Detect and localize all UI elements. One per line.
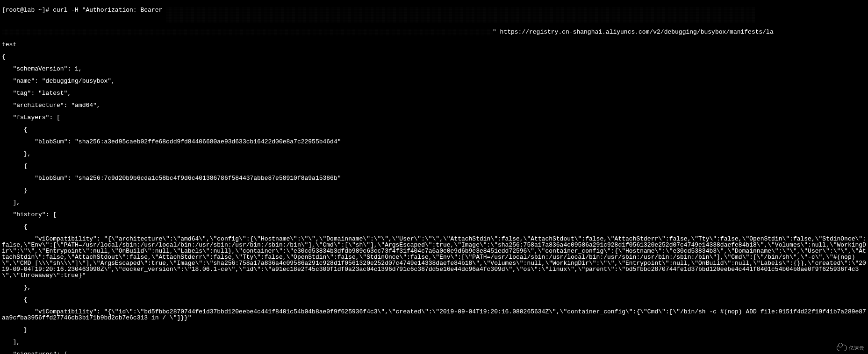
cmd-line-2: " https://registry.cn-shanghai.aliyuncs.… — [2, 29, 866, 35]
cmd-url-suffix: " https://registry.cn-shanghai.aliyuncs.… — [493, 28, 774, 35]
json-history-open: "history": [ — [2, 212, 866, 218]
prompt: [root@lab ~]# — [2, 7, 53, 14]
json-obj-close: } — [2, 187, 866, 193]
cloud-icon — [837, 345, 847, 351]
json-name: "name": "debugging/busybox", — [2, 78, 866, 84]
cmd-line-3: test — [2, 42, 866, 48]
json-obj-open: { — [2, 297, 866, 303]
json-v1compat-1: "v1Compatibility": "{\"architecture\":\"… — [2, 236, 866, 278]
cmd-line-1: [root@lab ~]# curl -H "Authorization: Be… — [2, 7, 866, 23]
json-blobsum-2: "blobSum": "sha256:7c9d20b9b6cda1c58bc4f… — [2, 175, 866, 181]
json-history-close: ], — [2, 339, 866, 345]
json-blobsum-1: "blobSum": "sha256:a3ed95caeb02ffe68cdd9… — [2, 139, 866, 145]
json-architecture: "architecture": "amd64", — [2, 102, 866, 108]
json-schemaVersion: "schemaVersion": 1, — [2, 66, 866, 72]
json-fslayers-open: "fsLayers": [ — [2, 114, 866, 120]
redacted-token — [166, 7, 755, 23]
json-v1compat-2: "v1Compatibility": "{\"id\":\"bd5fbbc287… — [2, 309, 866, 321]
watermark-text: 亿速云 — [849, 346, 864, 351]
watermark: 亿速云 — [837, 345, 864, 351]
cmd-curl-prefix: curl -H "Authorization: Bearer — [53, 7, 166, 14]
json-signatures-open: "signatures": [ — [2, 351, 866, 354]
json-obj-open: { — [2, 127, 866, 133]
terminal[interactable]: [root@lab ~]# curl -H "Authorization: Be… — [0, 0, 868, 354]
json-obj-close: } — [2, 327, 866, 333]
json-obj-close-comma: }, — [2, 151, 866, 157]
json-obj-open: { — [2, 224, 866, 230]
redacted-token-cont — [2, 29, 493, 35]
json-tag: "tag": "latest", — [2, 90, 866, 96]
json-obj-open: { — [2, 163, 866, 169]
json-fslayers-close: ], — [2, 199, 866, 205]
json-obj-close-comma: }, — [2, 284, 866, 290]
json-open: { — [2, 54, 866, 60]
